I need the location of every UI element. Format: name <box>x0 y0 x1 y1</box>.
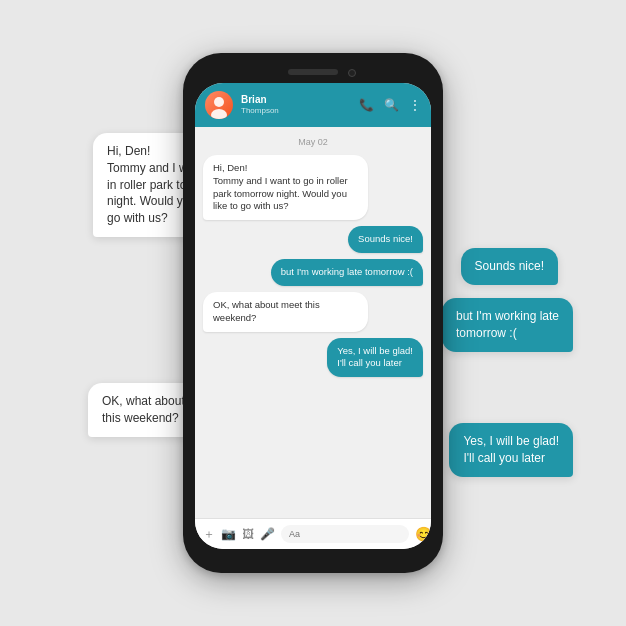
phone-camera <box>348 69 356 77</box>
contact-name: Brian <box>241 94 351 106</box>
message-1: Hi, Den!Tommy and I want to go in roller… <box>203 155 368 220</box>
bubble-5-ext: Yes, I will be glad!I'll call you later <box>449 423 573 477</box>
phone-body: Brian Thompson 📞 🔍 ⋮ May 02 Hi, Den!Tomm… <box>183 53 443 573</box>
message-5: Yes, I will be glad!I'll call you later <box>327 338 423 378</box>
message-4: OK, what about meet this weekend? <box>203 292 368 332</box>
contact-info: Brian Thompson <box>241 94 351 116</box>
text-input[interactable] <box>281 525 409 543</box>
phone-mockup: Hi, Den!Tommy and I want to goin roller … <box>183 53 443 573</box>
attach-icon[interactable]: ＋ <box>203 526 215 543</box>
chat-area: May 02 Hi, Den!Tommy and I want to go in… <box>195 127 431 518</box>
more-icon[interactable]: ⋮ <box>409 98 421 112</box>
mic-icon[interactable]: 🎤 <box>260 527 275 541</box>
search-icon[interactable]: 🔍 <box>384 98 399 112</box>
bubble-2-ext: Sounds nice! <box>461 248 558 285</box>
chat-header: Brian Thompson 📞 🔍 ⋮ <box>195 83 431 127</box>
message-3: but I'm working late tomorrow :( <box>271 259 423 286</box>
svg-point-1 <box>211 109 227 119</box>
call-icon[interactable]: 📞 <box>359 98 374 112</box>
header-icons: 📞 🔍 ⋮ <box>359 98 421 112</box>
date-divider: May 02 <box>203 137 423 147</box>
message-2: Sounds nice! <box>348 226 423 253</box>
phone-speaker <box>288 69 338 75</box>
bubble-3-ext: but I'm working latetomorrow :( <box>442 298 573 352</box>
avatar <box>205 91 233 119</box>
emoji-icon[interactable]: 😊 <box>415 526 431 542</box>
camera-icon[interactable]: 📷 <box>221 527 236 541</box>
chat-input-bar: ＋ 📷 🖼 🎤 😊 <box>195 518 431 549</box>
image-icon[interactable]: 🖼 <box>242 527 254 541</box>
phone-screen: Brian Thompson 📞 🔍 ⋮ May 02 Hi, Den!Tomm… <box>195 83 431 549</box>
svg-point-0 <box>214 97 224 107</box>
contact-sub: Thompson <box>241 106 351 116</box>
avatar-face <box>205 91 233 119</box>
